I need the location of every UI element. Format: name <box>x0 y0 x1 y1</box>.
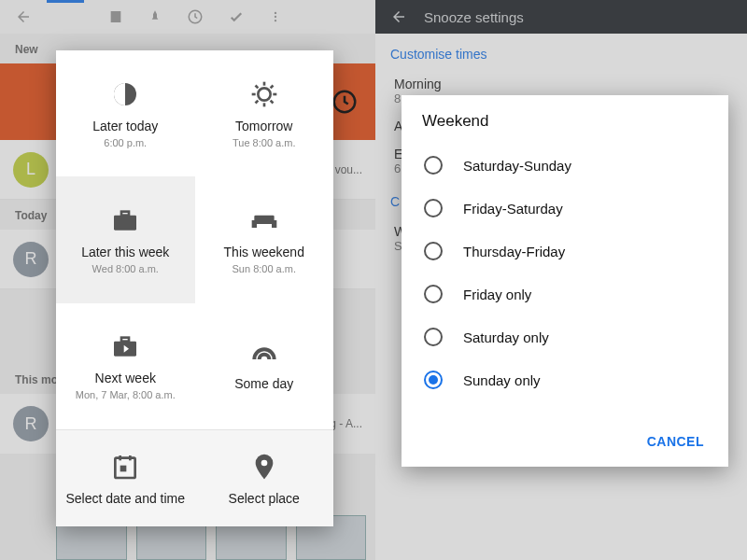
option-subtext: Sun 8:00 a.m. <box>233 263 297 274</box>
snooze-option-tomorrow[interactable]: Tomorrow Tue 8:00 a.m. <box>195 50 334 176</box>
snooze-option-later-this-week[interactable]: Later this week Wed 8:00 a.m. <box>56 176 195 302</box>
briefcase-icon <box>110 205 140 235</box>
weekend-options-list: Saturday-Sunday Friday-Saturday Thursday… <box>409 140 721 427</box>
weekend-option-sat-sun[interactable]: Saturday-Sunday <box>416 144 713 187</box>
weekend-dialog-title: Weekend <box>409 112 721 140</box>
later-today-icon <box>110 79 140 109</box>
svg-line-12 <box>255 85 258 88</box>
svg-line-15 <box>270 85 273 88</box>
svg-rect-20 <box>272 220 276 228</box>
weekend-dialog: Weekend Saturday-Sunday Friday-Saturday … <box>402 95 728 467</box>
svg-rect-18 <box>254 216 274 224</box>
option-label: Sunday only <box>463 372 541 388</box>
svg-line-13 <box>270 100 273 103</box>
svg-rect-19 <box>251 220 256 228</box>
option-label: Select date and time <box>65 491 185 506</box>
option-label: Friday-Saturday <box>463 201 563 217</box>
weekend-option-sun-only[interactable]: Sunday only <box>416 358 713 401</box>
option-subtext: 6:00 p.m. <box>104 137 147 148</box>
radio-icon <box>424 242 443 260</box>
option-subtext: Wed 8:00 a.m. <box>92 263 159 274</box>
option-label: Later this week <box>81 245 169 259</box>
snooze-option-later-today[interactable]: Later today 6:00 p.m. <box>56 50 195 176</box>
weekend-option-fri-only[interactable]: Friday only <box>416 273 713 315</box>
snooze-option-this-weekend[interactable]: This weekend Sun 8:00 a.m. <box>195 176 334 302</box>
svg-rect-16 <box>114 216 136 231</box>
place-icon <box>249 452 279 482</box>
tomorrow-icon <box>249 79 279 109</box>
option-label: Some day <box>234 376 293 391</box>
svg-point-27 <box>261 459 267 466</box>
snooze-select-place[interactable]: Select place <box>195 430 334 526</box>
someday-icon <box>249 337 279 367</box>
svg-rect-17 <box>121 212 129 216</box>
option-label: Later today <box>92 119 158 133</box>
option-subtext: Mon, 7 Mar, 8:00 a.m. <box>76 389 176 400</box>
snooze-menu: Later today 6:00 p.m. Tomorrow Tue 8:00 … <box>56 50 333 526</box>
svg-point-7 <box>258 88 270 100</box>
option-label: Friday only <box>463 287 531 302</box>
svg-rect-24 <box>120 465 127 471</box>
option-label: Thursday-Friday <box>463 244 565 259</box>
option-subtext: Tue 8:00 a.m. <box>233 137 295 148</box>
radio-icon <box>424 328 443 346</box>
weekend-option-fri-sat[interactable]: Friday-Saturday <box>416 187 713 230</box>
svg-rect-22 <box>121 338 129 342</box>
option-label: Tomorrow <box>235 119 292 133</box>
radio-icon <box>424 285 443 303</box>
option-label: Saturday-Sunday <box>463 158 571 174</box>
option-label: Saturday only <box>463 329 549 345</box>
couch-icon <box>249 205 279 235</box>
snooze-option-some-day[interactable]: Some day <box>195 303 334 429</box>
option-label: Next week <box>95 371 156 385</box>
snooze-select-date-time[interactable]: Select date and time <box>56 430 195 526</box>
radio-icon <box>424 156 443 175</box>
weekend-option-sat-only[interactable]: Saturday only <box>416 315 713 358</box>
radio-icon <box>424 199 443 217</box>
next-week-icon <box>110 331 140 361</box>
option-label: Select place <box>229 491 300 506</box>
snooze-option-next-week[interactable]: Next week Mon, 7 Mar, 8:00 a.m. <box>56 303 195 429</box>
radio-icon <box>424 371 443 389</box>
svg-line-14 <box>255 100 258 103</box>
weekend-option-thu-fri[interactable]: Thursday-Friday <box>416 230 713 273</box>
calendar-icon <box>110 452 140 482</box>
option-label: This weekend <box>224 245 304 259</box>
cancel-button[interactable]: CANCEL <box>647 434 704 449</box>
